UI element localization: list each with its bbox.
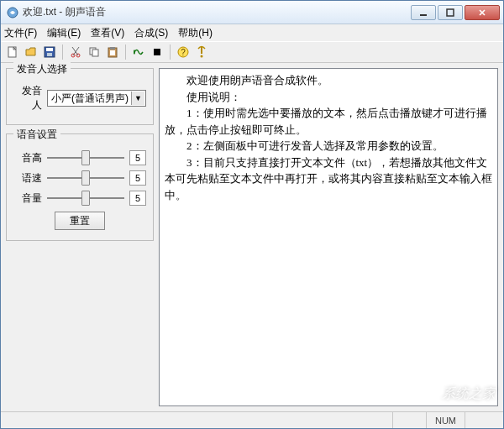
svg-rect-13 [110,50,115,55]
menubar: 文件(F) 编辑(E) 查看(V) 合成(S) 帮助(H) [1,24,503,41]
speed-slider[interactable] [47,170,124,186]
voice-select[interactable]: 小严(普通话男声) ▼ [47,90,146,107]
client-area: 发音人选择 发音人 小严(普通话男声) ▼ 语音设置 音高 5 语速 [1,63,503,411]
editor-line: 2：左侧面板中可进行发音人选择及常用参数的设置。 [165,138,492,154]
toolbar-separator [170,44,171,60]
text-editor[interactable]: 欢迎使用朗声语音合成软件。 使用说明： 1：使用时需先选中要播放的文本，然后点击… [159,68,498,406]
toolbar-separator [125,44,126,60]
menu-synth[interactable]: 合成(S) [134,26,168,40]
minimize-button[interactable] [411,5,436,20]
editor-line: 使用说明： [165,89,492,106]
window-title: 欢迎.txt - 朗声语音 [23,5,411,19]
reset-button[interactable]: 重置 [55,212,105,230]
editor-line: 3：目前只支持直接打开文本文件（txt），若想播放其他文件文本可先粘贴至文本文件… [165,154,492,204]
status-num: NUM [426,412,465,428]
voice-group-legend: 发音人选择 [13,62,71,76]
pitch-label: 音高 [13,151,42,165]
sidebar: 发音人选择 发音人 小严(普通话男声) ▼ 语音设置 音高 5 语速 [1,63,159,411]
app-window: 欢迎.txt - 朗声语音 文件(F) 编辑(E) 查看(V) 合成(S) 帮助… [0,0,504,429]
pitch-value: 5 [129,150,146,165]
cut-icon[interactable] [67,44,84,60]
menu-help[interactable]: 帮助(H) [178,26,213,40]
voice-select-value: 小严(普通话男声) [51,92,129,106]
tts-group: 语音设置 音高 5 语速 5 音量 5 重置 [6,133,154,241]
paste-icon[interactable] [104,44,121,60]
speed-label: 语速 [13,171,42,186]
svg-rect-1 [420,14,427,16]
svg-rect-6 [47,53,52,56]
volume-value: 5 [129,191,146,206]
chevron-down-icon: ▼ [131,92,144,105]
svg-point-17 [201,55,203,58]
svg-text:?: ? [181,48,186,57]
svg-rect-12 [110,47,115,50]
about-icon[interactable]: ? [175,44,192,60]
app-icon [6,6,19,19]
toolbar: ? [1,41,503,63]
close-button[interactable] [465,5,500,20]
tts-group-legend: 语音设置 [13,128,60,142]
volume-label: 音量 [13,191,42,206]
titlebar[interactable]: 欢迎.txt - 朗声语音 [1,1,503,24]
play-icon[interactable] [130,44,147,60]
toolbar-separator [62,44,63,60]
voice-group: 发音人选择 发音人 小严(普通话男声) ▼ [6,68,154,125]
help-icon[interactable] [193,44,210,60]
voice-label: 发音人 [13,84,42,112]
status-cell [465,412,498,428]
status-cell [392,412,426,428]
speed-value: 5 [129,170,146,186]
svg-rect-10 [92,50,98,56]
maximize-button[interactable] [438,5,463,20]
volume-slider[interactable] [47,190,124,207]
window-buttons [411,5,500,20]
save-icon[interactable] [41,44,58,60]
open-file-icon[interactable] [23,44,39,60]
svg-rect-5 [46,48,53,51]
editor-line: 1：使用时需先选中要播放的文本，然后点击播放键才可进行播放，点击停止按钮即可终止… [165,105,492,138]
statusbar: NUM [1,411,503,428]
pitch-slider[interactable] [47,149,124,166]
editor-line: 欢迎使用朗声语音合成软件。 [165,72,492,89]
menu-file[interactable]: 文件(F) [4,26,37,40]
copy-icon[interactable] [86,44,102,60]
svg-rect-2 [447,9,454,16]
new-file-icon[interactable] [4,44,21,60]
stop-icon[interactable] [149,44,165,60]
menu-edit[interactable]: 编辑(E) [47,26,81,40]
menu-view[interactable]: 查看(V) [91,26,124,40]
svg-rect-14 [154,49,160,55]
